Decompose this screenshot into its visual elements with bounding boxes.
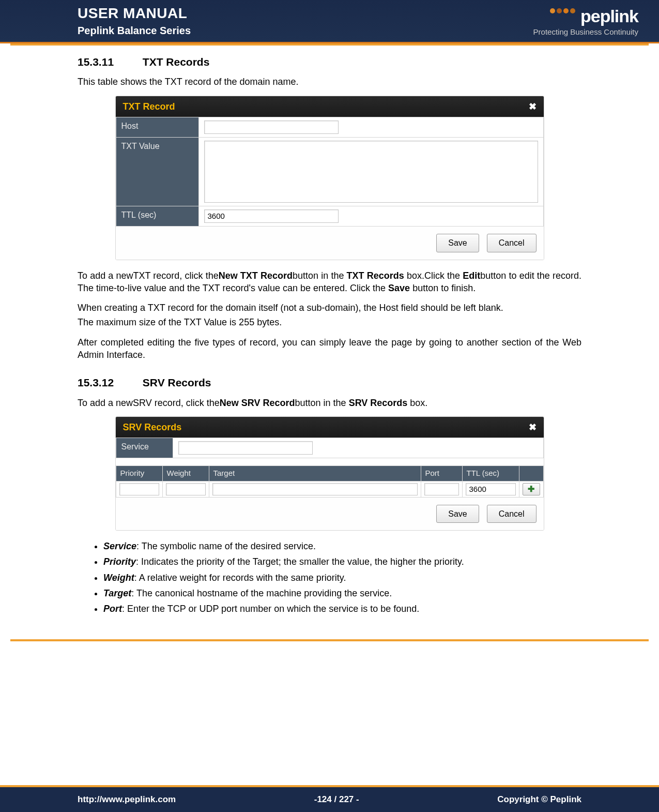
service-input[interactable] (178, 441, 313, 455)
close-icon[interactable]: ✖ (529, 100, 537, 113)
add-row-button[interactable]: ✚ (523, 483, 540, 495)
srv-ttl-input[interactable] (466, 483, 516, 495)
brand-logo: peplink (550, 6, 638, 26)
txt-intro: This table shows the TXT record of the d… (78, 76, 581, 88)
logo-dots-icon (550, 8, 575, 13)
page-header: USER MANUAL Peplink Balance Series pepli… (0, 0, 659, 43)
close-icon[interactable]: ✖ (529, 421, 537, 433)
section-heading-srv: 15.3.12 SRV Records (78, 375, 581, 390)
srv-dialog-title: SRV Records (123, 421, 182, 433)
page-footer: http://www.peplink.com -124 / 227 - Copy… (0, 785, 659, 812)
list-item: Port: Enter the TCP or UDP port number o… (103, 603, 581, 615)
txt-para-4: After completed editing the five types o… (78, 336, 581, 362)
footer-url: http://www.peplink.com (78, 794, 176, 805)
section-title: TXT Records (143, 56, 210, 68)
srv-intro: To add a newSRV record, click theNew SRV… (78, 397, 581, 409)
txt-para-1: To add a newTXT record, click theNew TXT… (78, 269, 581, 295)
ttl-input[interactable] (204, 209, 339, 223)
cancel-button[interactable]: Cancel (487, 505, 537, 523)
txtvalue-input[interactable] (204, 141, 538, 203)
txt-para-3: The maximum size of the TXT Value is 255… (78, 316, 581, 328)
save-button[interactable]: Save (436, 234, 479, 252)
doc-subtitle: Peplink Balance Series (78, 25, 191, 37)
col-ttl: TTL (sec) (462, 466, 519, 481)
weight-input[interactable] (166, 483, 206, 495)
col-priority: Priority (116, 466, 162, 481)
service-label: Service (116, 438, 173, 458)
col-port: Port (421, 466, 462, 481)
ttl-label: TTL (sec) (116, 206, 198, 226)
footer-copyright: Copyright © Peplink (497, 794, 581, 805)
footer-page: -124 / 227 - (314, 794, 359, 805)
save-button[interactable]: Save (436, 505, 479, 523)
txt-para-2: When creating a TXT record for the domai… (78, 302, 581, 314)
txt-record-figure: TXT Record ✖ Host TXT Value TTL (sec) S (115, 96, 544, 260)
doc-title: USER MANUAL (78, 5, 191, 22)
footer-divider (10, 639, 649, 641)
list-item: Service: The symbolic name of the desire… (103, 540, 581, 552)
section-num: 15.3.12 (78, 375, 140, 390)
list-item: Priority: Indicates the priority of the … (103, 555, 581, 568)
port-input[interactable] (424, 483, 459, 495)
txtvalue-label: TXT Value (116, 137, 198, 206)
list-item: Weight: A relative weight for records wi… (103, 572, 581, 584)
brand-name: peplink (580, 6, 638, 26)
srv-definitions: Service: The symbolic name of the desire… (103, 540, 581, 615)
col-weight: Weight (162, 466, 209, 481)
target-input[interactable] (212, 483, 418, 495)
col-target: Target (209, 466, 421, 481)
section-num: 15.3.11 (78, 55, 140, 69)
brand-tagline: Protecting Business Continuity (533, 27, 638, 36)
host-label: Host (116, 117, 198, 137)
table-row: ✚ (116, 481, 543, 497)
host-input[interactable] (204, 121, 339, 134)
priority-input[interactable] (119, 483, 159, 495)
txt-dialog-title: TXT Record (123, 100, 175, 113)
srv-record-figure: SRV Records ✖ Service Priority Weight Ta… (115, 416, 544, 531)
section-heading-txt: 15.3.11 TXT Records (78, 55, 581, 69)
cancel-button[interactable]: Cancel (487, 234, 537, 252)
list-item: Target: The canonical hostname of the ma… (103, 587, 581, 599)
section-title: SRV Records (143, 377, 211, 388)
plus-icon: ✚ (528, 484, 534, 495)
